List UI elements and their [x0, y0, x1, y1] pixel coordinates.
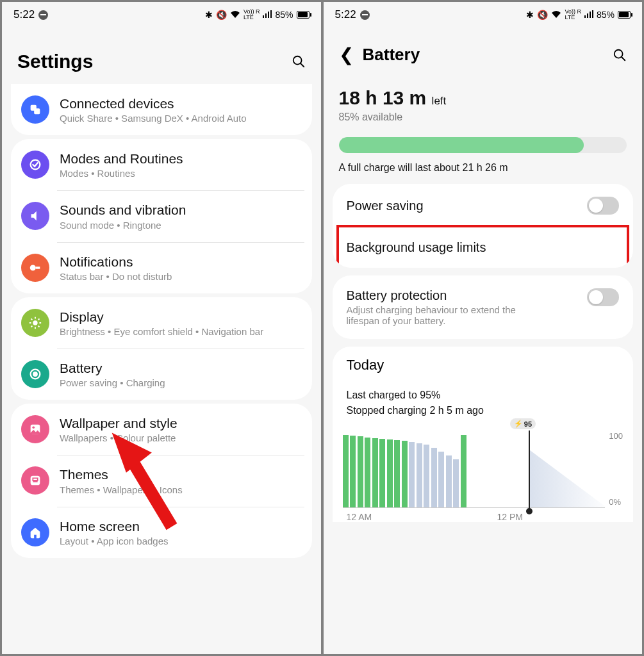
themes-icon	[21, 466, 49, 495]
row-title: Display	[60, 309, 299, 325]
status-icons: ✱ 🔇 Vo)) RLTE 85%	[205, 9, 310, 20]
chart-bar	[453, 459, 459, 507]
settings-header: Settings	[2, 25, 321, 84]
svg-rect-3	[270, 10, 272, 18]
chart-bar	[358, 436, 363, 507]
battery-bar	[339, 137, 627, 153]
notifications-icon	[21, 254, 49, 282]
svg-rect-27	[590, 12, 591, 18]
row-subtitle: Layout • App icon badges	[60, 536, 299, 546]
time-left: 18 h 13 m left	[339, 87, 627, 109]
now-marker	[529, 430, 530, 511]
chart-bar	[417, 443, 422, 507]
projection	[530, 431, 607, 507]
svg-rect-25	[584, 15, 586, 18]
home-icon	[21, 518, 49, 546]
row-title: Themes	[60, 466, 299, 482]
search-icon[interactable]	[292, 54, 306, 69]
bg-limits-label: Background usage limits	[347, 240, 486, 255]
stopped-charging: Stopped charging 2 h 5 m ago	[347, 403, 620, 418]
svg-point-10	[33, 320, 37, 325]
row-subtitle: Status bar • Do not disturb	[60, 271, 299, 282]
chart-bar	[402, 441, 408, 507]
pct-available: 85% available	[339, 111, 627, 123]
chart-bar	[446, 455, 452, 507]
battery-icon	[297, 11, 310, 19]
row-title: Modes and Routines	[60, 151, 299, 167]
svg-rect-1	[265, 13, 267, 18]
battery-chart[interactable]: ⚡95 1000%	[333, 423, 634, 508]
last-charged: Last charged to 95%	[347, 388, 620, 403]
settings-row-sounds[interactable]: Sounds and vibrationSound mode • Rington…	[11, 190, 312, 242]
svg-line-16	[38, 325, 40, 327]
mute-icon: 🔇	[537, 10, 548, 20]
volte-icon: Vo)) RLTE	[244, 9, 260, 20]
battery-screen: 5:22 ✱ 🔇 Vo)) RLTE 85% ❮ Battery	[324, 2, 643, 654]
settings-row-home[interactable]: Home screenLayout • App icon badges	[11, 507, 312, 558]
mute-icon: 🔇	[216, 10, 227, 20]
connected-icon	[21, 95, 49, 124]
power-saving-toggle[interactable]	[587, 197, 619, 215]
settings-row-display[interactable]: DisplayBrightness • Eye comfort shield •…	[11, 297, 312, 348]
svg-rect-0	[263, 15, 264, 18]
battery-header: ❮ Battery	[324, 25, 643, 72]
status-bar: 5:22 ✱ 🔇 Vo)) RLTE 85%	[2, 2, 321, 25]
battery-pct: 85%	[275, 10, 293, 20]
settings-row-wallpaper[interactable]: Wallpaper and styleWallpapers • Colour p…	[11, 404, 312, 455]
bluetooth-icon: ✱	[205, 10, 213, 20]
signal-icon	[584, 10, 593, 20]
row-subtitle: Modes • Routines	[60, 168, 299, 179]
settings-row-themes[interactable]: ThemesThemes • Wallpapers • Icons	[11, 455, 312, 506]
battery-protection-row[interactable]: Battery protection Adjust charging behav…	[333, 275, 634, 339]
chart-bar	[350, 436, 356, 507]
battery-pct: 85%	[597, 10, 615, 20]
battery-icon	[21, 360, 49, 388]
status-bar: 5:22 ✱ 🔇 Vo)) RLTE 85%	[324, 2, 643, 25]
battery-icon	[618, 11, 631, 19]
chart-bar	[379, 439, 385, 507]
svg-line-5	[300, 63, 304, 67]
bluetooth-icon: ✱	[526, 10, 534, 20]
settings-row-modes[interactable]: Modes and RoutinesModes • Routines	[11, 139, 312, 190]
row-subtitle: Themes • Wallpapers • Icons	[60, 484, 299, 495]
chart-bar	[387, 439, 393, 507]
wallpaper-icon	[21, 415, 49, 443]
x-axis: 12 AM 12 PM	[333, 508, 634, 522]
svg-point-20	[33, 372, 37, 376]
chart-bar	[409, 442, 415, 507]
row-subtitle: Brightness • Eye comfort shield • Naviga…	[60, 326, 299, 337]
row-title: Notifications	[60, 254, 299, 270]
full-charge-note: A full charge will last about 21 h 26 m	[339, 162, 627, 174]
svg-line-18	[38, 318, 40, 320]
chart-bar	[438, 452, 444, 507]
battery-protection-label: Battery protection	[347, 288, 552, 303]
background-usage-limits-row[interactable]: Background usage limits	[333, 227, 634, 268]
wifi-icon	[230, 10, 240, 20]
settings-screen: 5:22 ✱ 🔇 Vo)) RLTE 85% Settings Connecte…	[2, 2, 321, 654]
svg-rect-2	[268, 12, 269, 18]
back-button[interactable]: ❮	[339, 44, 354, 65]
dnd-icon	[360, 10, 370, 20]
wifi-icon	[551, 10, 561, 20]
chart-bar	[431, 448, 437, 507]
search-icon[interactable]	[613, 48, 627, 62]
row-subtitle: Quick Share • Samsung DeX • Android Auto	[60, 113, 299, 124]
row-subtitle: Wallpapers • Colour palette	[60, 432, 299, 443]
power-saving-label: Power saving	[347, 199, 424, 213]
volte-icon: Vo)) RLTE	[565, 9, 581, 20]
chart-bar	[461, 435, 466, 507]
status-time: 5:22	[335, 8, 356, 21]
battery-bar-fill	[339, 137, 584, 153]
settings-row-battery[interactable]: BatteryPower saving • Charging	[11, 348, 312, 400]
display-icon	[21, 309, 49, 337]
svg-line-17	[31, 325, 32, 327]
svg-point-22	[32, 427, 35, 429]
svg-rect-7	[34, 108, 40, 114]
dnd-icon	[38, 10, 48, 20]
row-title: Home screen	[60, 518, 299, 534]
settings-row-connected[interactable]: Connected devicesQuick Share • Samsung D…	[11, 84, 312, 135]
chart-bar	[372, 438, 378, 507]
power-saving-row[interactable]: Power saving	[333, 184, 634, 227]
battery-protection-toggle[interactable]	[587, 288, 619, 306]
settings-row-notifications[interactable]: NotificationsStatus bar • Do not disturb	[11, 242, 312, 293]
